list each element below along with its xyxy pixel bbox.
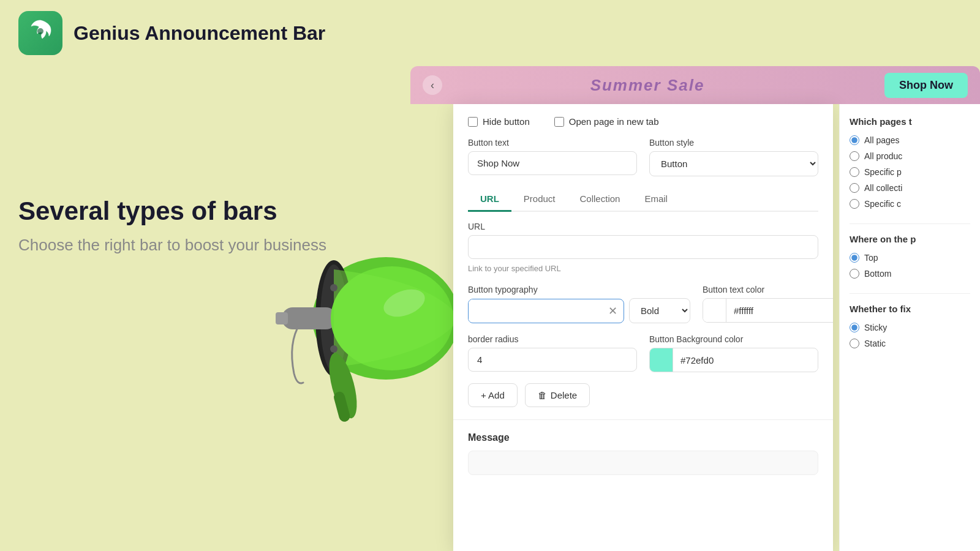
border-radius-input[interactable]: [468, 348, 637, 372]
svg-point-0: [37, 28, 43, 34]
message-section: Message: [453, 419, 833, 487]
which-pages-title: Which pages t: [850, 116, 970, 127]
button-text-style-row: Button text Button style Button Link Tex…: [468, 138, 818, 176]
typography-row: Button typography ✕ Bold Normal Italic: [468, 285, 818, 323]
radio-specific-c[interactable]: Specific c: [850, 199, 970, 209]
text-color-swatch[interactable]: [703, 299, 726, 322]
button-text-color-label: Button text color: [703, 285, 833, 294]
button-text-group: Button text: [468, 138, 637, 176]
url-input[interactable]: [468, 235, 818, 259]
button-style-select[interactable]: Button Link Text: [649, 151, 818, 176]
add-button[interactable]: + Add: [468, 383, 518, 407]
button-text-label: Button text: [468, 138, 637, 148]
svg-rect-4: [282, 307, 337, 329]
divider-1: [850, 223, 970, 224]
bg-color-text-input[interactable]: [673, 350, 818, 370]
message-label: Message: [468, 432, 818, 443]
button-text-input[interactable]: [468, 151, 637, 175]
radio-specific-p[interactable]: Specific p: [850, 167, 970, 177]
hide-button-checkbox[interactable]: [468, 117, 478, 127]
tab-collection[interactable]: Collection: [568, 187, 633, 212]
delete-button[interactable]: 🗑 Delete: [525, 383, 590, 407]
url-hint: Link to your specified URL: [468, 264, 561, 273]
pages-radio-group: All pages All produc Specific p All coll…: [850, 135, 970, 209]
position-radio-group: Top Bottom: [850, 253, 970, 279]
button-style-group: Button style Button Link Text: [649, 138, 818, 176]
open-new-tab-checkbox[interactable]: [554, 117, 564, 127]
bg-color-swatch[interactable]: [650, 348, 673, 372]
button-style-label: Button style: [649, 138, 818, 148]
bg-color-input-wrapper: [649, 348, 818, 372]
header: Genius Announcement Bar: [0, 0, 980, 66]
checkbox-row: Hide button Open page in new tab: [468, 116, 818, 127]
svg-rect-5: [276, 312, 288, 324]
app-logo: [18, 11, 62, 55]
megaphone-illustration: [245, 208, 478, 429]
radio-all-pages[interactable]: All pages: [850, 135, 970, 145]
radio-all-collections[interactable]: All collecti: [850, 183, 970, 193]
radio-all-products[interactable]: All produc: [850, 151, 970, 161]
fix-radio-group: Sticky Static: [850, 323, 970, 348]
main-panel: Hide button Open page in new tab Button …: [453, 104, 833, 551]
font-clear-button[interactable]: ✕: [602, 299, 624, 323]
app-title: Genius Announcement Bar: [74, 22, 325, 45]
whether-fix-title: Whether to fix: [850, 304, 970, 314]
button-bg-color-label: Button Background color: [649, 334, 818, 344]
open-new-tab-label[interactable]: Open page in new tab: [554, 116, 659, 127]
tab-product[interactable]: Product: [511, 187, 568, 212]
button-typography-group: Button typography ✕ Bold Normal Italic: [468, 285, 690, 323]
url-label: URL: [468, 222, 818, 231]
logo-icon: [28, 18, 53, 49]
hide-button-label[interactable]: Hide button: [468, 116, 530, 127]
clear-icon: ✕: [608, 304, 617, 318]
border-bg-row: border radius Button Background color: [468, 334, 818, 372]
text-color-text-input[interactable]: [726, 301, 833, 321]
right-panel: Which pages t All pages All produc Speci…: [839, 104, 980, 551]
divider-2: [850, 293, 970, 294]
preview-sale-text: Summer Sale: [410, 76, 884, 95]
tab-email[interactable]: Email: [632, 187, 680, 212]
font-input[interactable]: [469, 299, 602, 322]
button-text-color-group: Button text color: [703, 285, 833, 323]
font-weight-select[interactable]: Bold Normal Italic: [629, 298, 690, 323]
radio-static[interactable]: Static: [850, 339, 970, 348]
radio-bottom[interactable]: Bottom: [850, 269, 970, 279]
svg-point-8: [330, 345, 337, 353]
svg-point-7: [330, 284, 337, 291]
button-bg-color-group: Button Background color: [649, 334, 818, 372]
preview-shop-now-button[interactable]: Shop Now: [884, 73, 968, 98]
url-tabs: URL Product Collection Email: [468, 187, 818, 212]
radio-sticky[interactable]: Sticky: [850, 323, 970, 332]
font-input-wrapper: ✕: [468, 299, 624, 323]
radio-top[interactable]: Top: [850, 253, 970, 263]
delete-icon: 🗑: [538, 390, 547, 400]
actions-row: + Add 🗑 Delete: [468, 383, 818, 407]
preview-bar: ‹ Summer Sale Shop Now: [410, 66, 980, 104]
border-radius-label: border radius: [468, 334, 637, 344]
url-section: URL Link to your specified URL: [468, 222, 818, 274]
text-color-input-wrapper: [703, 298, 833, 323]
tab-url[interactable]: URL: [468, 187, 511, 212]
message-editor-area[interactable]: [468, 451, 818, 475]
where-pages-title: Where on the p: [850, 234, 970, 244]
border-radius-group: border radius: [468, 334, 637, 372]
button-typography-label: Button typography: [468, 285, 690, 294]
